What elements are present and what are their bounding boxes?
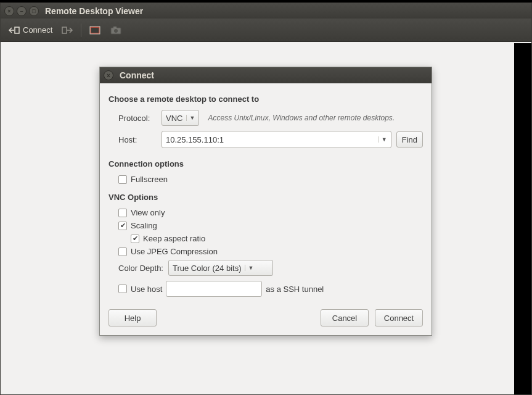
cancel-button[interactable]: Cancel [321, 309, 369, 326]
toolbar-separator [81, 23, 81, 37]
minimize-window-button[interactable]: – [17, 6, 27, 16]
protocol-combo[interactable]: VNC ▼ [162, 110, 199, 126]
titlebar: × – □ Remote Desktop Viewer [1, 3, 531, 19]
toolbar-screenshot[interactable] [107, 23, 125, 37]
dialog-title: Connect [120, 70, 154, 80]
cancel-label: Cancel [332, 314, 357, 323]
jpeg-checkbox[interactable] [118, 247, 127, 256]
vnc-options-heading: VNC Options [108, 193, 423, 202]
maximize-window-button[interactable]: □ [29, 6, 39, 16]
dialog-close-button[interactable]: × [104, 70, 113, 80]
connect-icon [8, 25, 20, 36]
help-button[interactable]: Help [108, 309, 157, 326]
chevron-down-icon: ▼ [186, 115, 195, 121]
connection-options-heading: Connection options [108, 159, 423, 168]
svg-rect-0 [15, 27, 19, 33]
colordepth-value: True Color (24 bits) [173, 264, 242, 273]
colordepth-label: Color Depth: [118, 264, 163, 273]
toolbar-connect[interactable]: Connect [6, 23, 55, 37]
connect-dialog: × Connect Choose a remote desktop to con… [99, 67, 432, 336]
protocol-label: Protocol: [118, 114, 162, 123]
jpeg-label: Use JPEG Compression [131, 247, 218, 256]
ssh-prefix: Use host [131, 285, 162, 294]
svg-rect-6 [113, 27, 117, 28]
fullscreen-checkbox[interactable] [118, 175, 127, 184]
toolbar-disconnect[interactable] [59, 23, 76, 37]
choose-heading: Choose a remote desktop to connect to [108, 94, 423, 104]
disconnect-icon [61, 25, 73, 36]
fullscreen-icon [89, 25, 101, 36]
toolbar-fullscreen[interactable] [86, 23, 104, 37]
aspect-checkbox[interactable] [131, 235, 139, 243]
host-label: Host: [118, 135, 162, 144]
ssh-host-input[interactable] [166, 281, 262, 297]
window-title: Remote Desktop Viewer [45, 6, 143, 16]
toolbar: Connect [1, 19, 531, 42]
scaling-label: Scaling [131, 221, 157, 230]
toolbar-connect-label: Connect [23, 25, 52, 35]
protocol-hint: Access Unix/Linux, Windows and other rem… [208, 114, 395, 122]
help-label: Help [125, 314, 141, 323]
ssh-checkbox[interactable] [118, 285, 127, 293]
host-value: 10.25.155.110:1 [166, 135, 375, 144]
main-window: × – □ Remote Desktop Viewer Connect [0, 2, 532, 395]
viewonly-label: View only [131, 208, 165, 217]
viewonly-checkbox[interactable] [118, 209, 127, 217]
host-combo[interactable]: 10.25.155.110:1 ▼ [162, 131, 391, 148]
connect-label: Connect [384, 314, 414, 323]
scaling-checkbox[interactable] [118, 222, 127, 230]
ssh-suffix: as a SSH tunnel [266, 285, 324, 294]
protocol-value: VNC [166, 114, 182, 123]
right-edge [514, 43, 531, 394]
close-window-button[interactable]: × [4, 6, 14, 16]
find-label: Find [402, 135, 417, 144]
chevron-down-icon: ▼ [245, 265, 253, 271]
svg-rect-3 [91, 28, 99, 33]
svg-point-5 [114, 29, 118, 33]
chevron-down-icon: ▼ [379, 136, 387, 143]
aspect-label: Keep aspect ratio [143, 234, 205, 243]
camera-icon [110, 25, 122, 36]
fullscreen-label: Fullscreen [131, 175, 168, 184]
dialog-titlebar: × Connect [100, 67, 432, 83]
svg-rect-1 [62, 27, 67, 33]
connect-button[interactable]: Connect [375, 309, 423, 326]
find-button[interactable]: Find [396, 131, 423, 148]
colordepth-combo[interactable]: True Color (24 bits) ▼ [168, 260, 273, 276]
